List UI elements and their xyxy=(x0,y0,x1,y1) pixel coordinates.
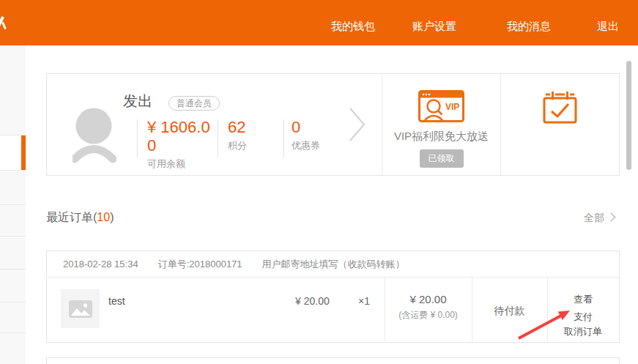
recent-orders-label-suffix: ) xyxy=(110,211,114,223)
nav-my-wallet[interactable]: 我的钱包 xyxy=(331,20,375,33)
sidebar-item-active[interactable] xyxy=(0,135,26,171)
coupons-value: 0 xyxy=(292,118,320,136)
user-center-page: 我的钱包 账户设置 我的消息 退出 发出 普通会员 ¥ 1606.00 可用余额 xyxy=(0,0,638,364)
divider xyxy=(283,119,284,157)
chevron-right-icon xyxy=(607,212,616,222)
chevron-right-icon[interactable] xyxy=(349,107,366,142)
scrollbar-thumb[interactable] xyxy=(626,61,631,170)
order-number: 订单号:2018000171 xyxy=(158,251,242,277)
order-card-partial xyxy=(46,357,620,364)
product-thumbnail[interactable] xyxy=(61,289,100,328)
recent-orders-label: 最近订单( xyxy=(46,211,97,223)
sidebar-item[interactable] xyxy=(0,237,26,270)
vip-promo-block: VIP VIP福利限免大放送 已领取 xyxy=(382,74,500,175)
order-status: 待付款 xyxy=(472,305,547,318)
sidebar-item[interactable] xyxy=(0,302,26,333)
nav-logout[interactable]: 退出 xyxy=(597,20,619,33)
sidebar-item[interactable] xyxy=(0,171,26,205)
view-order-button[interactable]: 查看 xyxy=(547,293,619,306)
vip-promo-title: VIP福利限免大放送 xyxy=(382,130,500,144)
order-actions-cell: 查看 支付 取消订单 xyxy=(547,278,619,342)
recent-orders-title: 最近订单(10) xyxy=(46,210,114,226)
order-card: 2018-02-28 15:34 订单号:2018000171 用户邮寄地址填写… xyxy=(46,250,620,343)
active-indicator-bar xyxy=(21,135,26,170)
avatar[interactable] xyxy=(73,106,116,165)
sign-in-block xyxy=(501,74,619,175)
order-address-note: 用户邮寄地址填写（收款码转账） xyxy=(262,251,405,277)
top-navbar: 我的钱包 账户设置 我的消息 退出 xyxy=(0,0,638,45)
vip-claimed-badge[interactable]: 已领取 xyxy=(420,149,464,168)
calendar-check-icon[interactable] xyxy=(543,92,577,124)
stat-coupons[interactable]: 0 优惠券 xyxy=(292,118,320,152)
shipping-note: (含运费 ¥ 0.00) xyxy=(385,309,472,322)
vip-window-search-icon: VIP xyxy=(418,90,464,122)
logo-mark xyxy=(1,22,7,29)
order-total: ¥ 20.00 xyxy=(385,293,472,305)
pay-button[interactable]: 支付 xyxy=(547,311,619,324)
balance-label: 可用余额 xyxy=(147,157,218,171)
product-name[interactable]: test xyxy=(108,295,125,307)
points-value: 62 xyxy=(228,118,247,136)
order-status-cell: 待付款 xyxy=(472,278,547,318)
user-summary-card: 发出 普通会员 ¥ 1606.00 可用余额 62 积分 0 优惠券 xyxy=(46,73,620,176)
order-datetime: 2018-02-28 15:34 xyxy=(63,251,138,277)
cancel-order-button[interactable]: 取消订单 xyxy=(547,325,619,338)
coupons-label: 优惠券 xyxy=(292,139,320,152)
unit-price: ¥ 20.00 xyxy=(295,295,330,307)
orders-count: 10 xyxy=(97,211,110,223)
order-header-row: 2018-02-28 15:34 订单号:2018000171 用户邮寄地址填写… xyxy=(47,251,619,278)
stat-points[interactable]: 62 积分 xyxy=(228,118,247,152)
points-label: 积分 xyxy=(228,139,247,152)
balance-value: ¥ 1606.00 xyxy=(147,118,218,155)
quantity: ×1 xyxy=(358,295,370,307)
nav-my-messages[interactable]: 我的消息 xyxy=(507,20,551,33)
view-all-link[interactable]: 全部 xyxy=(584,212,615,225)
divider xyxy=(137,119,138,157)
username: 发出 xyxy=(123,92,152,111)
view-all-label: 全部 xyxy=(584,212,604,223)
image-placeholder-icon xyxy=(69,300,92,318)
sidebar-item[interactable] xyxy=(0,205,26,237)
nav-account-settings[interactable]: 账户设置 xyxy=(412,20,456,33)
sidebar xyxy=(0,45,26,364)
order-body-row: test ¥ 20.00 ×1 ¥ 20.00 (含运费 ¥ 0.00) 待付款… xyxy=(47,278,619,342)
sidebar-item[interactable] xyxy=(0,333,26,364)
sidebar-item[interactable] xyxy=(0,45,26,135)
sidebar-item[interactable] xyxy=(0,270,26,302)
svg-text:VIP: VIP xyxy=(445,102,459,112)
order-total-cell: ¥ 20.00 (含运费 ¥ 0.00) xyxy=(385,278,472,322)
member-level-badge: 普通会员 xyxy=(168,96,220,111)
stat-balance[interactable]: ¥ 1606.00 可用余额 xyxy=(147,118,218,171)
